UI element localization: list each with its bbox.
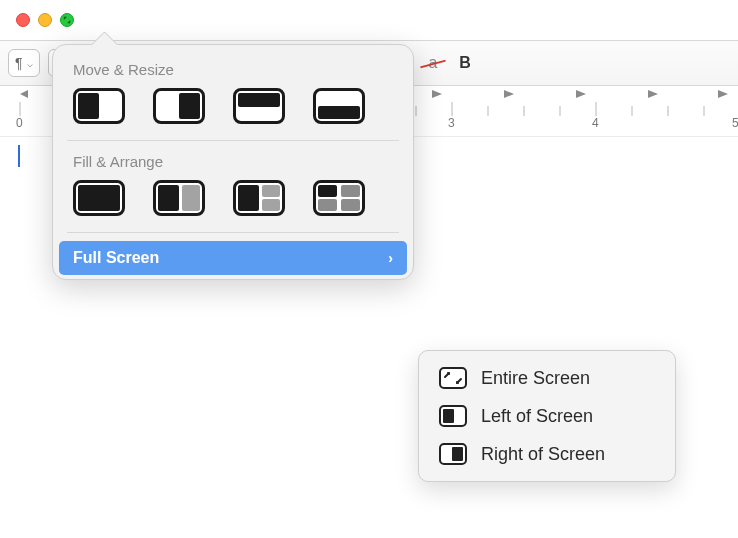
paragraph-style-button[interactable]: ¶ ⌵ — [8, 49, 40, 77]
arrange-three-icon[interactable] — [233, 180, 285, 216]
bold-label: B — [459, 54, 471, 71]
svg-marker-7 — [718, 90, 728, 98]
divider — [67, 140, 399, 141]
right-of-screen-icon — [439, 443, 467, 465]
menu-full-screen-label: Full Screen — [73, 249, 159, 267]
fill-screen-icon[interactable] — [73, 180, 125, 216]
svg-marker-2 — [20, 90, 28, 98]
ruler-tick-0: 0 — [16, 116, 23, 130]
section-move-resize: Move & Resize — [53, 57, 413, 84]
svg-marker-0 — [64, 17, 67, 20]
arrange-left-right-icon[interactable] — [153, 180, 205, 216]
submenu-right-of-screen-label: Right of Screen — [481, 444, 605, 465]
svg-marker-6 — [648, 90, 658, 98]
divider — [67, 232, 399, 233]
svg-marker-3 — [432, 90, 442, 98]
submenu-entire-screen-label: Entire Screen — [481, 368, 590, 389]
strikethrough-glyph: a — [429, 54, 438, 72]
strikethrough-button[interactable]: a — [420, 50, 446, 76]
tile-bottom-half-icon[interactable] — [313, 88, 365, 124]
window-close-button[interactable] — [16, 13, 30, 27]
svg-marker-4 — [504, 90, 514, 98]
window-zoom-button[interactable] — [60, 13, 74, 27]
tile-left-half-icon[interactable] — [73, 88, 125, 124]
ruler-tick-3: 3 — [448, 116, 455, 130]
zoom-icon — [63, 16, 71, 24]
window-minimize-button[interactable] — [38, 13, 52, 27]
tile-top-half-icon[interactable] — [233, 88, 285, 124]
entire-screen-icon — [439, 367, 467, 389]
pilcrow-icon: ¶ — [15, 55, 23, 71]
arrange-quad-icon[interactable] — [313, 180, 365, 216]
ruler-tick-4: 4 — [592, 116, 599, 130]
chevron-down-icon: ⌵ — [27, 58, 33, 69]
svg-marker-1 — [67, 20, 70, 23]
ruler-tick-5: 5 — [732, 116, 738, 130]
window-management-popover: Move & Resize Fill & Arrange — [52, 44, 414, 280]
full-screen-submenu: Entire Screen Left of Screen Right of Sc… — [418, 350, 676, 482]
submenu-left-of-screen-label: Left of Screen — [481, 406, 593, 427]
submenu-left-of-screen[interactable]: Left of Screen — [419, 397, 675, 435]
left-of-screen-icon — [439, 405, 467, 427]
svg-marker-5 — [576, 90, 586, 98]
chevron-right-icon: › — [388, 250, 393, 266]
submenu-entire-screen[interactable]: Entire Screen — [419, 359, 675, 397]
bold-button[interactable]: B — [454, 54, 476, 72]
menu-full-screen[interactable]: Full Screen › — [59, 241, 407, 275]
tile-right-half-icon[interactable] — [153, 88, 205, 124]
submenu-right-of-screen[interactable]: Right of Screen — [419, 435, 675, 473]
window-titlebar — [0, 0, 738, 40]
section-fill-arrange: Fill & Arrange — [53, 149, 413, 176]
text-cursor — [18, 145, 20, 167]
